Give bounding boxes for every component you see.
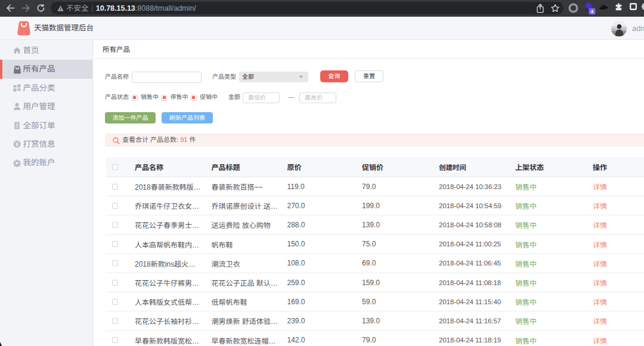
svg-text:4: 4 [591,9,594,14]
